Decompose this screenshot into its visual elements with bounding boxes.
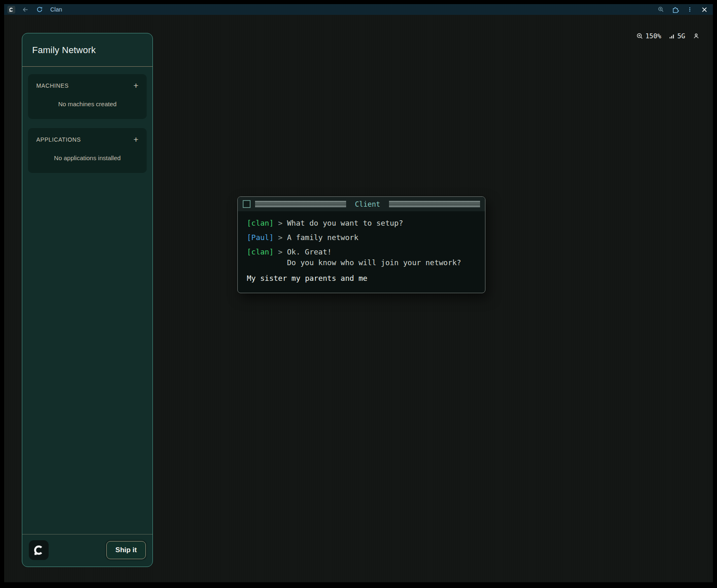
chat-message-text: Ok. Great!Do you know who will join your…: [287, 247, 476, 268]
page-viewport: 150% 5G Family Network: [4, 15, 713, 582]
status-indicators: 150% 5G: [636, 32, 700, 40]
add-application-button[interactable]: +: [134, 137, 138, 142]
chat-prompt-char: >: [274, 247, 287, 268]
chat-message-text: What do you want to setup?: [287, 218, 476, 229]
magnifier-zoom-icon: [658, 6, 664, 13]
app-window: Clan: [4, 4, 713, 582]
ship-it-button[interactable]: Ship it: [106, 541, 146, 559]
app-favicon: [7, 6, 15, 14]
back-button[interactable]: [21, 5, 30, 14]
extensions-button[interactable]: [671, 5, 680, 14]
panel-body: MACHINES + No machines created APPLICATI…: [22, 67, 152, 180]
machines-empty-text: No machines created: [36, 100, 138, 107]
client-window-title: Client: [351, 200, 384, 208]
chat-speaker-label: [clan]: [247, 218, 274, 229]
menu-kebab-icon: [687, 6, 693, 13]
zoom-level-indicator: 150%: [636, 32, 661, 40]
chat-speaker-label: [clan]: [247, 247, 274, 268]
chat-messages: [clan]>What do you want to setup?[Paul]>…: [247, 218, 476, 268]
user-icon: [693, 33, 700, 40]
network-indicator: 5G: [669, 32, 685, 40]
panel-header: Family Network: [22, 33, 152, 66]
zoom-button[interactable]: [656, 5, 665, 14]
browser-titlebar: Clan: [4, 4, 713, 15]
close-icon: [701, 7, 708, 13]
network-type-value: 5G: [677, 32, 685, 40]
back-arrow-icon: [22, 6, 29, 13]
machines-label: MACHINES: [36, 82, 69, 89]
client-titlebar[interactable]: Client: [238, 197, 485, 211]
titlebar-stripes-left: [255, 201, 346, 207]
client-terminal-body: [clan]>What do you want to setup?[Paul]>…: [238, 211, 485, 293]
window-close-box[interactable]: [243, 200, 251, 208]
titlebar-stripes-right: [389, 201, 480, 207]
machines-section: MACHINES + No machines created: [28, 74, 147, 119]
applications-empty-text: No applications installed: [36, 154, 138, 161]
reload-icon: [36, 6, 43, 13]
machines-section-header: MACHINES +: [36, 82, 138, 89]
chat-speaker-label: [Paul]: [247, 232, 274, 243]
chat-message: [clan]>What do you want to setup?: [247, 218, 476, 229]
chat-input-line[interactable]: My sister my parents and me: [247, 273, 476, 284]
applications-section-header: APPLICATIONS +: [36, 136, 138, 143]
extensions-icon: [672, 6, 679, 13]
add-machine-button[interactable]: +: [134, 83, 138, 89]
chat-message: [Paul]>A family network: [247, 232, 476, 243]
clan-logo: [29, 540, 49, 560]
zoom-level-value: 150%: [645, 32, 661, 40]
panel-title: Family Network: [32, 45, 143, 56]
signal-bars-icon: [669, 33, 675, 40]
user-indicator: [693, 33, 700, 40]
close-window-button[interactable]: [700, 5, 709, 14]
applications-section: APPLICATIONS + No applications installed: [28, 128, 147, 173]
chat-prompt-char: >: [274, 218, 287, 229]
applications-label: APPLICATIONS: [36, 136, 81, 143]
page-title: Clan: [50, 6, 62, 13]
panel-footer: Ship it: [22, 534, 152, 567]
magnifier-zoom-icon: [636, 33, 643, 40]
client-window: Client [clan]>What do you want to setup?…: [237, 196, 485, 293]
chat-message-text: A family network: [287, 232, 476, 243]
family-network-panel: Family Network MACHINES + No machines cr…: [22, 33, 153, 567]
clan-logo-icon: [33, 544, 45, 556]
chat-prompt-char: >: [274, 232, 287, 243]
chat-message: [clan]>Ok. Great!Do you know who will jo…: [247, 247, 476, 268]
reload-button[interactable]: [35, 5, 44, 14]
clan-logo-icon: [9, 7, 14, 12]
menu-button[interactable]: [685, 5, 694, 14]
